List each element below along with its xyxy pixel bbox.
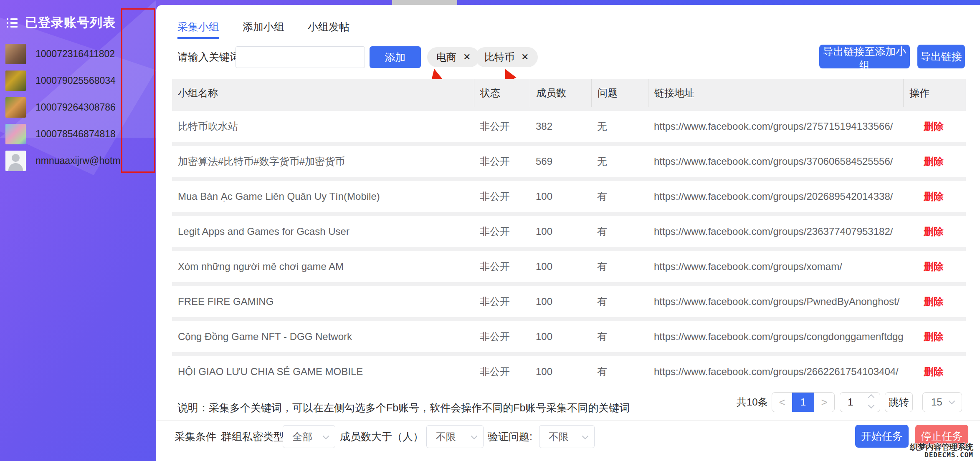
delete-link[interactable]: 删除 — [903, 111, 966, 142]
keyword-input[interactable] — [236, 46, 365, 68]
members-greater-select[interactable]: 不限 — [426, 425, 484, 448]
avatar-default-person-icon — [5, 151, 26, 171]
tab-collect-groups[interactable]: 采集小组 — [177, 20, 219, 39]
group-status: 非公开 — [474, 111, 530, 142]
column-header-group-name: 小组名称 — [172, 79, 474, 107]
delete-link[interactable]: 删除 — [903, 356, 966, 387]
table-row: Xóm những người mê chơi game AM 非公开 100 … — [172, 251, 966, 282]
group-link: https://www.facebook.com/groups/37060658… — [648, 146, 903, 177]
pager-prev-icon[interactable]: < — [772, 393, 792, 412]
group-members: 100 — [530, 181, 591, 212]
sidebar-title: 已登录账号列表 — [25, 14, 116, 31]
stepper-down-icon[interactable] — [869, 403, 874, 408]
pager-next-icon[interactable]: > — [814, 393, 834, 412]
group-question: 无 — [591, 111, 648, 142]
group-name: Mua Bán Ạc Game Liên Quân Uy Tín(Mobile) — [172, 181, 474, 212]
account-id: 100079025568034 — [35, 75, 116, 86]
account-list-item[interactable]: 100079264308786 — [5, 97, 131, 118]
tag-close-icon[interactable]: ✕ — [463, 52, 471, 63]
tab-add-groups[interactable]: 添加小组 — [243, 20, 284, 39]
column-header-link: 链接地址 — [648, 79, 903, 107]
tab-bar: 采集小组 添加小组 小组发帖 — [156, 20, 980, 39]
column-header-status: 状态 — [474, 79, 530, 107]
group-members: 100 — [530, 216, 591, 247]
sidebar-header: 已登录账号列表 — [7, 14, 116, 31]
group-link: https://www.facebook.com/groups/congdong… — [648, 321, 903, 352]
stepper-up-icon[interactable] — [869, 396, 874, 401]
group-members: 100 — [530, 321, 591, 352]
verify-question-value: 不限 — [549, 426, 569, 448]
group-name: 加密算法#比特币#数字货币#加密货币 — [172, 146, 474, 177]
tab-group-post[interactable]: 小组发帖 — [308, 20, 349, 39]
account-list-item[interactable]: nmnuaaxijrw@hotm — [5, 151, 131, 171]
avatar — [5, 124, 26, 144]
group-name: Legit Apps and Games for Gcash User — [172, 216, 474, 247]
divider — [156, 420, 980, 421]
group-name: HỘI GIAO LƯU CHIA SẺ GAME MOBILE — [172, 356, 474, 387]
group-status: 非公开 — [474, 251, 530, 282]
delete-link[interactable]: 删除 — [903, 251, 966, 282]
group-question: 有 — [591, 251, 648, 282]
keyword-tag: 电商 ✕ — [427, 47, 480, 67]
export-links-to-add-groups-button[interactable]: 导出链接至添加小组 — [819, 45, 910, 68]
group-question: 有 — [591, 181, 648, 212]
checkbox-column-red-highlight — [121, 8, 155, 173]
group-members: 100 — [530, 356, 591, 387]
titlebar-fragment — [392, 0, 457, 5]
group-link: https://www.facebook.com/groups/27571519… — [648, 111, 903, 142]
add-keyword-button[interactable]: 添加 — [370, 46, 421, 68]
group-question: 有 — [591, 286, 648, 317]
account-list-item[interactable]: 100072316411802 — [5, 44, 131, 64]
group-question: 无 — [591, 146, 648, 177]
members-greater-value: 不限 — [436, 426, 456, 448]
column-header-question: 问题 — [591, 79, 648, 107]
account-list-item[interactable]: 100078546874818 — [5, 124, 131, 144]
group-question: 有 — [591, 216, 648, 247]
main-panel: 采集小组 添加小组 小组发帖 请输入关键词 添加 电商 ✕ 比特币 ✕ 导出链接… — [156, 5, 980, 461]
table-row: FREE FIRE GAMING 非公开 100 有 https://www.f… — [172, 286, 966, 317]
pagination-total: 共10条 — [737, 392, 768, 412]
delete-link[interactable]: 删除 — [903, 286, 966, 317]
group-link: https://www.facebook.com/groups/26622617… — [648, 356, 903, 387]
group-name: 比特币吹水站 — [172, 111, 474, 142]
group-status: 非公开 — [474, 181, 530, 212]
delete-link[interactable]: 删除 — [903, 216, 966, 247]
group-question: 有 — [591, 356, 648, 387]
group-status: 非公开 — [474, 216, 530, 247]
delete-link[interactable]: 删除 — [903, 146, 966, 177]
sidebar: 已登录账号列表 100072316411802 100079025568034 … — [0, 0, 156, 461]
watermark: 织梦内容管理系统 DEDECMS.COM — [910, 443, 973, 459]
page-size-select[interactable]: 15 — [922, 392, 962, 412]
groups-table: 小组名称 状态 成员数 问题 链接地址 操作 比特币吹水站 非公开 382 无 … — [172, 79, 966, 387]
table-row: HỘI GIAO LƯU CHIA SẺ GAME MOBILE 非公开 100… — [172, 356, 966, 387]
delete-link[interactable]: 删除 — [903, 321, 966, 352]
start-task-button[interactable]: 开始任务 — [855, 425, 909, 448]
group-members: 100 — [530, 251, 591, 282]
group-name: Xóm những người mê chơi game AM — [172, 251, 474, 282]
table-header-row: 小组名称 状态 成员数 问题 链接地址 操作 — [172, 79, 966, 107]
conditions-label: 采集条件： — [175, 425, 227, 448]
account-id: 100079264308786 — [35, 102, 116, 113]
delete-link[interactable]: 删除 — [903, 181, 966, 212]
instruction-note: 说明：采集多个关键词，可以在左侧勾选多个Fb账号，软件会操作不同的Fb账号采集不… — [177, 401, 630, 414]
privacy-type-select[interactable]: 全部 — [283, 425, 335, 448]
account-id: 100078546874818 — [35, 128, 116, 140]
verify-question-label: 验证问题: — [488, 425, 532, 448]
account-id: 100072316411802 — [35, 48, 115, 60]
group-name: Cộng Đồng Game NFT - DGG Network — [172, 321, 474, 352]
chevron-down-icon — [582, 433, 589, 440]
avatar — [5, 97, 26, 118]
verify-question-select[interactable]: 不限 — [539, 425, 595, 448]
page-size-value: 15 — [931, 393, 942, 412]
group-question: 有 — [591, 321, 648, 352]
table-row: Legit Apps and Games for Gcash User 非公开 … — [172, 216, 966, 247]
jump-button[interactable]: 跳转 — [885, 392, 913, 412]
export-links-button[interactable]: 导出链接 — [917, 45, 965, 68]
tag-label: 比特币 — [484, 50, 514, 64]
page-jump-input[interactable] — [840, 393, 865, 412]
chevron-down-icon — [949, 398, 955, 405]
pager-current-page[interactable]: 1 — [792, 393, 814, 412]
page-jump-stepper — [840, 392, 880, 412]
account-list-item[interactable]: 100079025568034 — [5, 71, 131, 91]
tag-close-icon[interactable]: ✕ — [521, 52, 529, 63]
